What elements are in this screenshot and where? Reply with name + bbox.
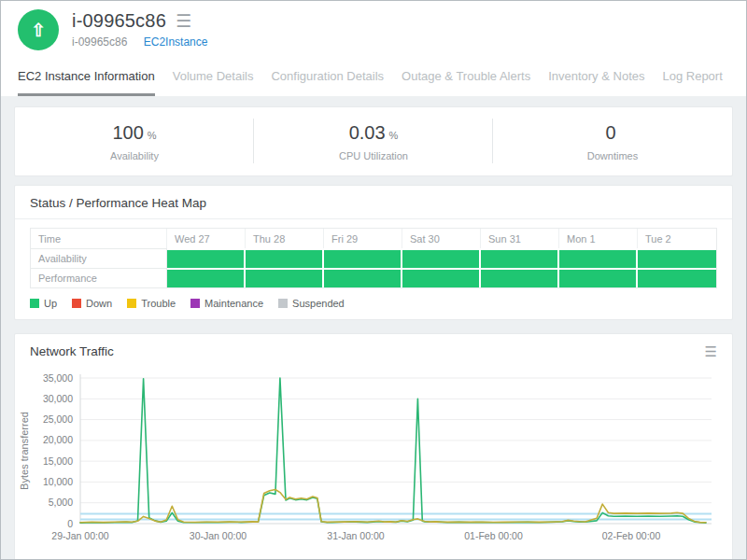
svg-text:29-Jan 00:00: 29-Jan 00:00 [51,530,108,541]
svg-text:30,000: 30,000 [43,393,73,404]
legend-item-up: Up [30,298,57,309]
heatmap-row-label: Availability [31,248,167,268]
stat-availability: 100%Availability [15,122,254,161]
heatmap-day-header: Mon 1 [559,229,638,248]
legend-label: Up [44,298,57,309]
svg-text:10,000: 10,000 [43,476,73,487]
heatmap-header-row: TimeWed 27Thu 28Fri 29Sat 30Sun 31Mon 1T… [31,229,716,248]
network-traffic-title: Network Traffic [30,344,114,358]
heatmap-cell-up[interactable] [481,268,559,287]
svg-text:15,000: 15,000 [43,455,73,467]
heatmap-row-performance: Performance [31,268,716,287]
instance-type-link[interactable]: EC2Instance [144,35,208,49]
network-traffic-card: Network Traffic ☰ 05,00010,00015,00020,0… [14,333,733,560]
heatmap-day-header: Wed 27 [167,229,246,248]
legend-swatch [190,299,200,308]
tab-configuration-details[interactable]: Configuration Details [271,59,384,96]
stat-cpu-utilization: 0.03%CPU Utilization [254,122,493,161]
heatmap-day-header: Fri 29 [324,229,402,248]
legend-item-down: Down [72,298,112,309]
heatmap-cell-up[interactable] [324,268,402,287]
heatmap-cell-up[interactable] [559,268,638,287]
heatmap-day-header: Tue 2 [638,229,716,248]
heatmap-cell-up[interactable] [246,268,324,287]
svg-text:35,000: 35,000 [43,372,73,384]
instance-id-label: i-09965c86 [72,35,127,49]
svg-text:5,000: 5,000 [49,497,73,508]
tab-volume-details[interactable]: Volume Details [173,59,254,96]
stat-label: CPU Utilization [254,150,493,161]
heatmap-cell-up[interactable] [402,268,481,287]
stat-value: 100 [112,122,143,143]
status-up-avatar: ⇧ [18,9,59,50]
network-traffic-chart[interactable]: 05,00010,00015,00020,00025,00030,00035,0… [15,369,734,555]
svg-text:31-Jan 00:00: 31-Jan 00:00 [327,530,384,541]
heatmap-cell-up[interactable] [402,248,481,268]
stat-label: Availability [15,150,254,161]
tab-ec2-instance-information[interactable]: EC2 Instance Information [18,59,155,96]
svg-text:Bytes transferred: Bytes transferred [19,412,30,490]
heatmap-row-label: Performance [31,268,167,287]
svg-text:0: 0 [67,518,73,529]
heatmap-legend: UpDownTroubleMaintenanceSuspended [30,298,717,309]
legend-label: Suspended [292,298,345,309]
page-title: i-09965c86 [72,10,166,32]
up-arrow-icon: ⇧ [31,20,46,41]
heatmap-title: Status / Performance Heat Map [30,196,206,210]
stats-card: 100%Availability0.03%CPU Utilization0Dow… [14,106,733,176]
heatmap-day-header: Sat 30 [402,229,481,248]
stat-value: 0.03 [349,122,386,143]
svg-text:01-Feb 00:00: 01-Feb 00:00 [464,530,523,541]
heatmap-cell-up[interactable] [246,248,324,268]
heatmap-cell-up[interactable] [559,248,638,268]
heatmap-cell-up[interactable] [324,248,402,268]
heatmap-time-header: Time [31,229,167,248]
app-window: ⇧ i-09965c86 ☰ i-09965c86 EC2Instance EC… [0,0,747,560]
tab-log-report[interactable]: Log Report [662,59,722,96]
legend-label: Down [86,298,112,309]
chart-options-icon[interactable]: ☰ [705,344,717,358]
svg-text:20,000: 20,000 [43,434,73,445]
legend-swatch [127,299,136,308]
tab-inventory-notes[interactable]: Inventory & Notes [548,59,644,96]
svg-text:02-Feb 00:00: 02-Feb 00:00 [602,530,661,541]
legend-item-suspended: Suspended [278,298,345,309]
heatmap-cell-up[interactable] [638,248,716,268]
svg-text:25,000: 25,000 [43,413,73,425]
legend-item-trouble: Trouble [127,298,176,309]
stat-unit: % [389,130,399,141]
heatmap-table: TimeWed 27Thu 28Fri 29Sat 30Sun 31Mon 1T… [30,228,717,288]
heatmap-day-header: Sun 31 [481,229,559,248]
main-content: 100%Availability0.03%CPU Utilization0Dow… [1,96,746,560]
tab-outage-trouble-alerts[interactable]: Outage & Trouble Alerts [402,59,530,96]
tab-bar: EC2 Instance InformationVolume DetailsCo… [1,59,746,96]
stat-value: 0 [605,122,615,143]
stat-label: Downtimes [493,150,732,161]
legend-swatch [278,299,288,308]
legend-swatch [72,299,81,308]
stat-downtimes: 0Downtimes [493,122,732,161]
heatmap-day-header: Thu 28 [246,229,324,248]
svg-text:30-Jan 00:00: 30-Jan 00:00 [190,530,247,541]
stat-unit: % [148,130,157,141]
heatmap-cell-up[interactable] [638,268,716,287]
instance-header: ⇧ i-09965c86 ☰ i-09965c86 EC2Instance [1,1,746,59]
legend-swatch [30,299,39,308]
heatmap-cell-up[interactable] [167,248,246,268]
legend-label: Maintenance [204,298,263,309]
heatmap-cell-up[interactable] [481,248,559,268]
heatmap-row-availability: Availability [31,248,716,268]
legend-item-maintenance: Maintenance [190,298,263,309]
title-menu-icon[interactable]: ☰ [176,12,191,30]
heatmap-cell-up[interactable] [167,268,246,287]
legend-label: Trouble [141,298,176,309]
heatmap-card: Status / Performance Heat Map TimeWed 27… [14,185,733,320]
